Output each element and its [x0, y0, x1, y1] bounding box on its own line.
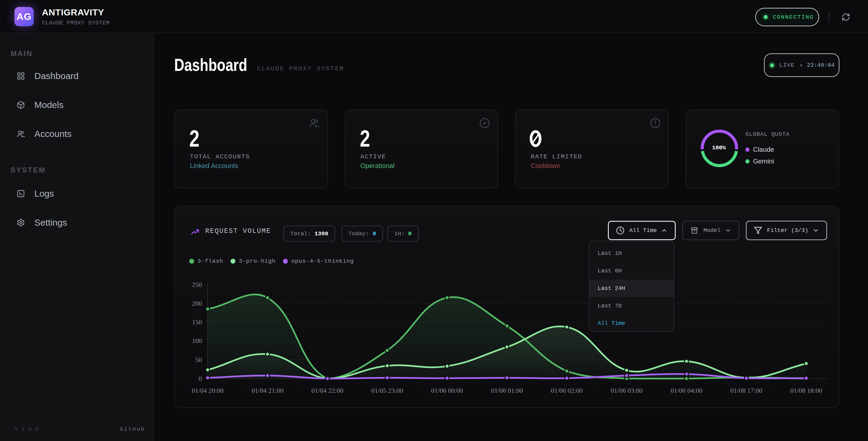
svg-text:250: 250 [192, 281, 202, 288]
svg-text:01/06 00:00: 01/06 00:00 [431, 387, 463, 394]
svg-text:01/08 17:00: 01/08 17:00 [731, 387, 763, 394]
svg-text:01/08 18:00: 01/08 18:00 [790, 387, 822, 394]
svg-text:01/06 04:00: 01/06 04:00 [671, 387, 703, 394]
svg-text:01/06 01:00: 01/06 01:00 [491, 387, 523, 394]
svg-text:01/05 23:00: 01/05 23:00 [371, 387, 403, 394]
svg-text:0: 0 [198, 375, 202, 382]
svg-text:01/04 20:00: 01/04 20:00 [192, 387, 224, 394]
svg-text:01/06 02:00: 01/06 02:00 [551, 387, 583, 394]
svg-text:150: 150 [192, 318, 202, 326]
svg-text:50: 50 [195, 356, 202, 363]
svg-text:01/04 21:00: 01/04 21:00 [252, 387, 284, 394]
svg-text:100: 100 [192, 337, 202, 345]
svg-text:200: 200 [192, 299, 202, 307]
svg-text:01/06 03:00: 01/06 03:00 [611, 387, 643, 394]
svg-text:01/04 22:00: 01/04 22:00 [311, 387, 343, 394]
